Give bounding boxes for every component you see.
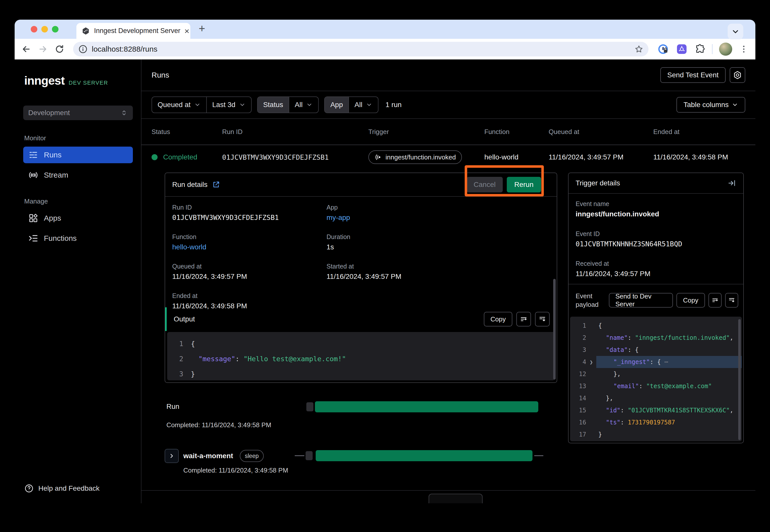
- field-label: Function: [172, 233, 327, 241]
- line-number: 3: [570, 346, 586, 353]
- window-zoom-button[interactable]: [52, 26, 58, 32]
- sidebar-item-runs[interactable]: Runs: [23, 147, 133, 163]
- site-info-icon[interactable]: [78, 44, 88, 54]
- time-field-dropdown[interactable]: Queued at: [152, 97, 206, 113]
- tab-search-button[interactable]: [728, 24, 743, 39]
- payload-copy-button[interactable]: Copy: [677, 293, 705, 308]
- panel-scrollbar[interactable]: [553, 279, 556, 380]
- fold-chevron-icon[interactable]: ❯: [586, 359, 596, 365]
- environment-select[interactable]: Development: [23, 106, 133, 120]
- sidebar-item-apps[interactable]: Apps: [23, 210, 133, 226]
- forward-button[interactable]: [38, 44, 48, 54]
- collapse-panel-icon[interactable]: [728, 179, 736, 187]
- browser-tab[interactable]: Inngest Development Server ×: [76, 23, 190, 39]
- line-number: 13: [570, 383, 586, 390]
- status-filter-dropdown[interactable]: All: [289, 97, 318, 113]
- line-number: 1: [570, 322, 586, 329]
- code-line: 15"id": "01JCVBTMTKR41S8STTKEXSKX6C",: [570, 404, 742, 416]
- tab-close-icon[interactable]: ×: [184, 27, 189, 35]
- code-line: 16"ts": 1731790197587: [570, 416, 742, 428]
- window-close-button[interactable]: [31, 26, 37, 32]
- load-more-button[interactable]: [429, 494, 482, 503]
- time-range-dropdown[interactable]: Last 3d: [207, 97, 251, 113]
- code-content: },: [596, 392, 742, 404]
- field-label: Event name: [575, 200, 736, 208]
- step-connector: [295, 455, 304, 456]
- trigger-badge[interactable]: inngest/function.invoked: [368, 150, 462, 164]
- sidebar-item-stream[interactable]: Stream: [23, 167, 133, 183]
- browser-menu-kebab-icon[interactable]: [739, 44, 749, 54]
- code-line: 17}: [570, 428, 742, 441]
- run-details-panel: Run details Cancel Rerun Run ID01JCVBTMV…: [164, 173, 557, 383]
- help-and-feedback[interactable]: Help and Feedback: [23, 484, 133, 493]
- table-row[interactable]: Completed 01JCVBTMV3WXY9D3CFDEJFZSB1 inn…: [141, 145, 755, 169]
- app-filter-value: All: [355, 101, 362, 109]
- window-minimize-button[interactable]: [41, 26, 48, 32]
- send-to-dev-server-button[interactable]: Send to Dev Server: [609, 293, 673, 308]
- scroll-to-bottom-icon[interactable]: [725, 293, 738, 308]
- app-filter-dropdown[interactable]: All: [349, 97, 378, 113]
- extensions-puzzle-icon[interactable]: [694, 44, 706, 55]
- step-timeline-bar[interactable]: [316, 450, 532, 461]
- sidebar-item-functions[interactable]: Functions: [23, 230, 133, 247]
- code-line: 1{: [570, 320, 742, 332]
- step-connector: [534, 455, 543, 456]
- line-number: 2: [167, 355, 183, 363]
- inngest-logo: inngest: [24, 74, 64, 87]
- table-columns-dropdown[interactable]: Table columns: [677, 97, 745, 113]
- settings-gear-button[interactable]: [730, 67, 745, 83]
- send-test-event-button[interactable]: Send Test Event: [660, 67, 726, 83]
- profile-avatar[interactable]: [719, 43, 732, 56]
- environment-value: Development: [28, 109, 70, 117]
- code-content: "email": "test@example.com": [596, 380, 742, 392]
- password-manager-extension-icon[interactable]: [657, 43, 669, 55]
- help-icon: [24, 484, 34, 493]
- field-label: App: [327, 204, 549, 211]
- code-content: },: [596, 368, 742, 380]
- bookmark-star-icon[interactable]: [634, 45, 644, 54]
- sidebar-item-label: Runs: [44, 151, 61, 159]
- time-field-value: Queued at: [157, 101, 190, 109]
- line-number: 16: [570, 419, 586, 426]
- back-button[interactable]: [21, 44, 31, 54]
- code-line: 13"email": "test@example.com": [570, 380, 742, 392]
- rerun-button[interactable]: Rerun: [507, 177, 541, 192]
- app-filter-group: App All: [324, 96, 378, 113]
- field-label: Run ID: [172, 204, 327, 211]
- url-text[interactable]: localhost:8288/runs: [92, 45, 630, 53]
- scroll-to-bottom-icon[interactable]: [535, 312, 549, 326]
- code-line: 3"data": {: [570, 344, 742, 356]
- code-line: 14},: [570, 392, 742, 404]
- payload-scrollbar[interactable]: [738, 319, 741, 440]
- reload-button[interactable]: [54, 44, 64, 54]
- event-trigger-icon: [374, 153, 382, 161]
- line-number: 17: [570, 431, 586, 438]
- trigger-details-panel: Trigger details Event nameinngest/functi…: [568, 173, 744, 443]
- word-wrap-icon[interactable]: [516, 312, 531, 326]
- external-link-icon[interactable]: [212, 181, 220, 189]
- code-line: 12},: [570, 368, 742, 380]
- new-tab-button[interactable]: +: [199, 22, 205, 35]
- code-content: "message": "Hello test@example.com!": [189, 351, 555, 366]
- step-queued-segment: [306, 451, 313, 460]
- field-value[interactable]: my-app: [327, 214, 549, 222]
- cancel-button[interactable]: Cancel: [467, 177, 503, 192]
- functions-icon: [28, 233, 38, 243]
- purple-extension-icon[interactable]: [676, 43, 688, 55]
- url-bar[interactable]: localhost:8288/runs: [73, 42, 649, 56]
- output-copy-button[interactable]: Copy: [484, 312, 512, 326]
- detail-field-duration: Duration1s: [327, 233, 549, 251]
- app-filter-label: App: [325, 97, 348, 113]
- column-header-run-id: Run ID: [222, 128, 368, 136]
- field-value[interactable]: hello-world: [172, 243, 327, 251]
- queued-at-value: 11/16/2024, 3:49:57 PM: [548, 153, 653, 161]
- expand-step-button[interactable]: [164, 449, 179, 463]
- chevron-right-icon: [168, 453, 175, 459]
- status-dot: [151, 154, 157, 160]
- code-content: }: [596, 428, 742, 441]
- field-value: 11/16/2024, 3:49:57 PM: [575, 270, 736, 278]
- step-type-badge: sleep: [240, 450, 264, 462]
- run-timeline-bar[interactable]: [315, 401, 538, 412]
- column-header-function: Function: [484, 128, 548, 136]
- word-wrap-icon[interactable]: [709, 293, 722, 308]
